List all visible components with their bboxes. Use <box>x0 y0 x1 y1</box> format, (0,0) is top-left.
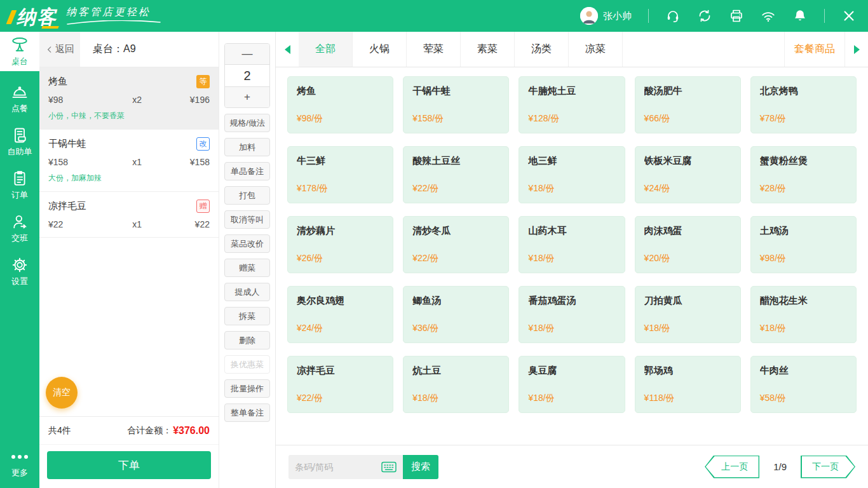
action-change-price-button[interactable]: 菜品改价 <box>224 234 270 253</box>
menu-card[interactable]: 土鸡汤¥98/份 <box>750 216 857 273</box>
search-button[interactable]: 搜索 <box>403 455 438 479</box>
menu-card[interactable]: 铁板米豆腐¥24/份 <box>635 146 741 203</box>
search-input[interactable] <box>295 462 381 472</box>
dish-price: ¥128/份 <box>528 113 615 125</box>
close-icon[interactable] <box>841 8 857 24</box>
pagination: 上一页 1/9 下一页 <box>705 456 855 478</box>
sidebar-item-more[interactable]: 更多 <box>0 444 39 483</box>
sidebar-item-label: 自助单 <box>8 146 32 158</box>
action-takeout-button[interactable]: 打包 <box>224 186 270 205</box>
action-cancel-hold-button[interactable]: 取消等叫 <box>224 210 270 229</box>
menu-card[interactable]: 地三鲜¥18/份 <box>519 146 625 203</box>
order-item[interactable]: 烤鱼 等 ¥98 x2 ¥196 小份，中辣，不要香菜 <box>39 67 219 130</box>
action-gift-button[interactable]: 赠菜 <box>224 259 270 277</box>
qty-minus-button[interactable]: — <box>225 44 269 64</box>
action-delete-button[interactable]: 删除 <box>224 331 270 349</box>
menu-card[interactable]: 蟹黄粉丝煲¥28/份 <box>750 146 857 203</box>
bell-icon[interactable] <box>792 8 808 24</box>
tab-combo-products[interactable]: 套餐商品 <box>784 32 845 67</box>
tab-cold-dish[interactable]: 凉菜 <box>569 32 623 67</box>
tab-meat[interactable]: 荤菜 <box>407 32 461 67</box>
sidebar-item-settings[interactable]: 设置 <box>0 252 39 291</box>
prev-page-label: 上一页 <box>705 456 759 478</box>
next-page-button[interactable]: 下一页 <box>801 456 855 478</box>
menu-grid: 烤鱼¥98/份 干锅牛蛙¥158/份 牛腩炖土豆¥128/份 酸汤肥牛¥66/份… <box>276 67 868 445</box>
back-button[interactable]: 返回 <box>39 32 80 67</box>
clear-order-button[interactable]: 清空 <box>46 377 78 409</box>
dish-name: 凉拌毛豆 <box>297 365 384 377</box>
order-panel: 返回 桌台：A9 烤鱼 等 ¥98 x2 ¥196 小份，中辣，不要香菜 干锅牛… <box>39 32 219 488</box>
dish-price: ¥24/份 <box>297 323 384 334</box>
menu-footer: 搜索 上一页 1/9 下一页 <box>276 445 868 488</box>
dish-name: 清炒冬瓜 <box>412 225 499 237</box>
menu-card[interactable]: 臭豆腐¥18/份 <box>519 356 625 413</box>
sidebar-item-tables[interactable]: 桌台 <box>0 32 39 71</box>
sidebar-item-orders[interactable]: 订单 <box>0 165 39 205</box>
app-logo: 纳客 纳客管店更轻松 <box>9 6 161 27</box>
menu-card[interactable]: 牛三鲜¥178/份 <box>287 146 393 203</box>
more-dots-icon <box>11 449 28 465</box>
dish-price: ¥66/份 <box>644 113 731 125</box>
printer-icon[interactable] <box>729 8 744 24</box>
action-item-note-button[interactable]: 单品备注 <box>224 162 270 180</box>
menu-card[interactable]: 鲫鱼汤¥36/份 <box>403 286 509 343</box>
menu-card[interactable]: 烤鱼¥98/份 <box>287 76 393 133</box>
topbar-divider <box>824 9 825 23</box>
menu-card[interactable]: 酸汤肥牛¥66/份 <box>635 76 741 133</box>
menu-card[interactable]: 醋泡花生米¥18/份 <box>750 286 857 343</box>
sync-icon[interactable] <box>697 8 712 24</box>
dish-price: ¥18/份 <box>412 393 499 404</box>
order-total-label: 合计金额： <box>127 425 172 437</box>
action-commission-button[interactable]: 提成人 <box>224 283 270 301</box>
menu-card[interactable]: 清炒藕片¥26/份 <box>287 216 393 273</box>
menu-card[interactable]: 牛腩炖土豆¥128/份 <box>519 76 625 133</box>
sidebar-item-order-food[interactable]: 点餐 <box>0 79 39 118</box>
menu-card[interactable]: 北京烤鸭¥78/份 <box>750 76 857 133</box>
qty-plus-button[interactable]: + <box>225 87 269 107</box>
menu-card[interactable]: 奥尔良鸡翅¥24/份 <box>287 286 393 343</box>
action-swap-promo-button[interactable]: 换优惠菜 <box>224 355 270 374</box>
order-item[interactable]: 凉拌毛豆 赠 ¥22 x1 ¥22 <box>39 192 219 238</box>
menu-card[interactable]: 山药木耳¥18/份 <box>519 216 625 273</box>
tab-vegetable[interactable]: 素菜 <box>461 32 515 67</box>
prev-page-button[interactable]: 上一页 <box>705 456 759 478</box>
tabs-scroll-left-button[interactable] <box>276 32 299 67</box>
next-page-label: 下一页 <box>801 456 855 478</box>
wifi-icon[interactable] <box>761 8 776 24</box>
action-split-button[interactable]: 拆菜 <box>224 307 270 325</box>
dish-price: ¥20/份 <box>644 253 731 264</box>
menu-card[interactable]: 郭场鸡¥118/份 <box>635 356 741 413</box>
tabs-scroll-right-button[interactable] <box>845 32 868 67</box>
action-addon-button[interactable]: 加料 <box>224 138 270 156</box>
dish-price: ¥18/份 <box>528 253 615 264</box>
order-item-list: 烤鱼 等 ¥98 x2 ¥196 小份，中辣，不要香菜 干锅牛蛙 改 ¥158 … <box>39 67 219 416</box>
tab-soup[interactable]: 汤类 <box>515 32 569 67</box>
sidebar-item-label: 更多 <box>11 467 28 478</box>
menu-card[interactable]: 番茄鸡蛋汤¥18/份 <box>519 286 625 343</box>
user-account[interactable]: 张小帅 <box>580 7 632 25</box>
place-order-button[interactable]: 下单 <box>47 451 211 479</box>
action-spec-button[interactable]: 规格/做法 <box>224 114 270 132</box>
menu-card[interactable]: 干锅牛蛙¥158/份 <box>403 76 509 133</box>
menu-card[interactable]: 清炒冬瓜¥22/份 <box>403 216 509 273</box>
sidebar-item-self-order[interactable]: 自助单 <box>0 122 39 161</box>
action-order-note-button[interactable]: 整单备注 <box>224 403 270 422</box>
dish-price: ¥26/份 <box>297 253 384 264</box>
support-icon[interactable] <box>665 8 681 24</box>
menu-card[interactable]: 炕土豆¥18/份 <box>403 356 509 413</box>
tagline-swoosh <box>66 20 161 25</box>
sidebar-item-shift[interactable]: 交班 <box>0 208 39 248</box>
tab-hotpot[interactable]: 火锅 <box>353 32 407 67</box>
menu-card[interactable]: 肉沫鸡蛋¥20/份 <box>635 216 741 273</box>
menu-card[interactable]: 牛肉丝¥58/份 <box>750 356 857 413</box>
tab-all[interactable]: 全部 <box>299 32 353 67</box>
order-item[interactable]: 干锅牛蛙 改 ¥158 x1 ¥158 大份，加麻加辣 <box>39 130 219 192</box>
dish-price: ¥22/份 <box>297 393 384 404</box>
action-batch-button[interactable]: 批量操作 <box>224 379 270 398</box>
menu-card[interactable]: 刀拍黄瓜¥18/份 <box>635 286 741 343</box>
menu-card[interactable]: 凉拌毛豆¥22/份 <box>287 356 393 413</box>
dish-price: ¥18/份 <box>644 323 731 334</box>
menu-card[interactable]: 酸辣土豆丝¥22/份 <box>403 146 509 203</box>
keyboard-icon[interactable] <box>381 461 397 473</box>
dish-name: 牛腩炖土豆 <box>528 85 615 97</box>
